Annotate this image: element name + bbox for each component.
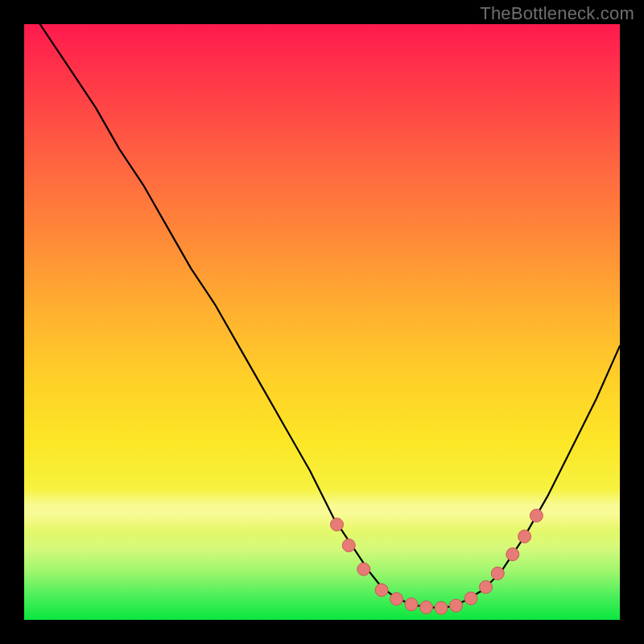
curve-marker	[375, 584, 388, 597]
chart-svg	[24, 24, 620, 620]
curve-marker	[435, 601, 448, 614]
curve-marker	[420, 601, 433, 613]
curve-marker	[331, 518, 344, 531]
curve-marker	[464, 592, 477, 605]
curve-marker	[357, 563, 370, 576]
curve-marker	[480, 580, 493, 593]
plot-area	[24, 24, 620, 620]
curve-marker	[530, 510, 543, 522]
watermark-text: TheBottleneck.com	[480, 3, 634, 24]
curve-marker	[518, 530, 531, 543]
curve-marker	[506, 548, 519, 561]
curve-marker	[491, 567, 504, 580]
chart-stage: TheBottleneck.com	[0, 0, 644, 644]
curve-marker	[450, 599, 463, 612]
curve-marker	[342, 539, 355, 552]
curve-marker	[405, 598, 418, 611]
curve-marker	[390, 592, 403, 605]
